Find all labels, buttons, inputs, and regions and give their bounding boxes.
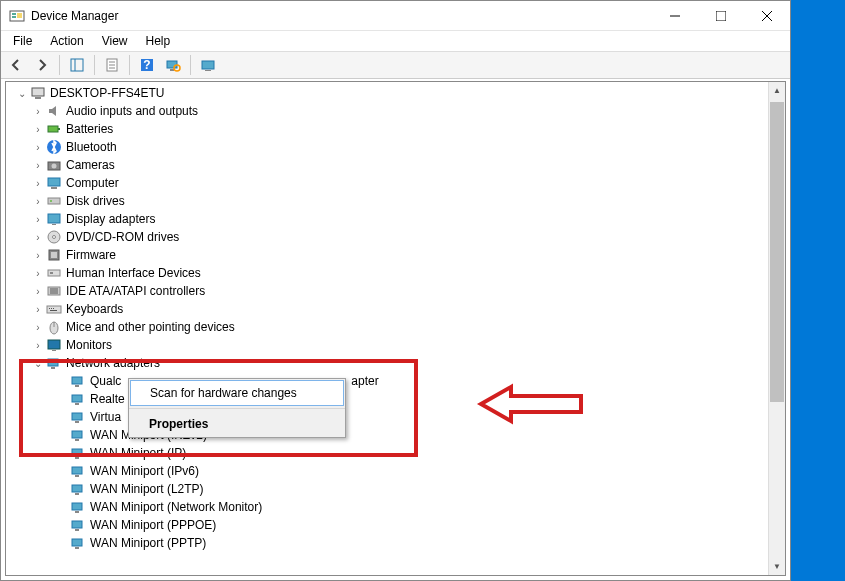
scroll-down-arrow[interactable]: ▼ [769,558,785,575]
device-node[interactable]: ›WAN Miniport (PPPOE) [6,516,785,534]
show-hide-tree-button[interactable] [66,54,88,76]
category-node[interactable]: ›Keyboards [6,300,785,318]
collapse-icon[interactable]: ⌄ [30,358,46,369]
category-node[interactable]: ›Computer [6,174,785,192]
svg-rect-46 [51,308,52,309]
device-manager-window: Device Manager File Action View Help ? ⌄ [0,0,791,581]
device-tree-container: ⌄ DESKTOP-FFS4ETU ›Audio inputs and outp… [5,81,786,576]
category-node[interactable]: ›Display adapters [6,210,785,228]
svg-rect-69 [72,503,82,510]
svg-rect-48 [50,310,57,311]
menu-view[interactable]: View [94,32,136,50]
svg-rect-22 [35,97,41,99]
expand-icon[interactable]: › [30,142,46,153]
expand-icon[interactable]: › [30,178,46,189]
expand-icon[interactable]: › [30,250,46,261]
expand-icon[interactable]: › [30,322,46,333]
network-icon [46,355,62,371]
ctx-scan-hardware-changes[interactable]: Scan for hardware changes [130,380,344,406]
expand-icon[interactable]: › [30,106,46,117]
device-node[interactable]: ›WAN Miniport (Network Monitor) [6,498,785,516]
back-button[interactable] [5,54,27,76]
category-node[interactable]: ›Human Interface Devices [6,264,785,282]
titlebar: Device Manager [1,1,790,31]
svg-rect-58 [75,403,79,405]
category-node[interactable]: ›IDE ATA/ATAPI controllers [6,282,785,300]
device-node[interactable]: ›Virtua [6,408,785,426]
category-node[interactable]: ›DVD/CD-ROM drives [6,228,785,246]
root-node[interactable]: ⌄ DESKTOP-FFS4ETU [6,84,785,102]
ctx-properties[interactable]: Properties [129,411,345,437]
device-node[interactable]: ›WAN Miniport (IPv6) [6,462,785,480]
scroll-thumb[interactable] [770,102,784,402]
menu-help[interactable]: Help [138,32,179,50]
computer-icon [30,85,46,101]
category-node[interactable]: ›Firmware [6,246,785,264]
menu-file[interactable]: File [5,32,40,50]
root-label: DESKTOP-FFS4ETU [50,86,164,100]
svg-rect-16 [167,61,177,68]
device-label: WAN Miniport (PPTP) [90,536,206,550]
network-adapter-icon [70,517,86,533]
category-label: Audio inputs and outputs [66,104,198,118]
svg-point-27 [52,164,57,169]
svg-rect-71 [72,521,82,528]
svg-rect-29 [51,187,57,189]
toolbar-separator [190,55,191,75]
device-node[interactable]: ›WAN Miniport (L2TP) [6,480,785,498]
svg-rect-56 [75,385,79,387]
device-node[interactable]: ›WAN Miniport (IKEv2) [6,426,785,444]
device-node[interactable]: ›Qualcapter [6,372,785,390]
expand-icon[interactable]: › [30,196,46,207]
network-adapter-icon [70,445,86,461]
category-node[interactable]: ›Bluetooth [6,138,785,156]
expand-icon[interactable]: › [30,340,46,351]
device-node[interactable]: ›WAN Miniport (PPTP) [6,534,785,552]
expand-icon[interactable]: › [30,268,46,279]
display-icon [46,211,62,227]
svg-rect-66 [75,475,79,477]
forward-button[interactable] [31,54,53,76]
collapse-icon[interactable]: ⌄ [14,88,30,99]
device-node[interactable]: ›Realte [6,390,785,408]
expand-icon[interactable]: › [30,160,46,171]
close-button[interactable] [744,1,790,30]
svg-rect-68 [75,493,79,495]
svg-rect-39 [50,272,53,274]
category-node[interactable]: ›Cameras [6,156,785,174]
category-network-adapters[interactable]: ⌄ Network adapters [6,354,785,372]
category-label: Cameras [66,158,115,172]
expand-icon[interactable]: › [30,304,46,315]
svg-rect-47 [53,308,54,309]
minimize-button[interactable] [652,1,698,30]
category-node[interactable]: ›Monitors [6,336,785,354]
menu-action[interactable]: Action [42,32,91,50]
expand-icon[interactable]: › [30,124,46,135]
computer-icon [46,175,62,191]
scroll-up-arrow[interactable]: ▲ [769,82,785,99]
scan-hardware-button[interactable] [162,54,184,76]
help-button[interactable]: ? [136,54,158,76]
svg-rect-70 [75,511,79,513]
svg-rect-23 [48,126,58,132]
maximize-button[interactable] [698,1,744,30]
svg-rect-54 [51,367,55,369]
expand-icon[interactable]: › [30,286,46,297]
toolbar-separator [94,55,95,75]
vertical-scrollbar[interactable]: ▲ ▼ [768,82,785,575]
device-tree: ⌄ DESKTOP-FFS4ETU ›Audio inputs and outp… [6,82,785,554]
category-label: DVD/CD-ROM drives [66,230,179,244]
expand-icon[interactable]: › [30,232,46,243]
devices-by-type-button[interactable] [197,54,219,76]
category-node[interactable]: ›Batteries [6,120,785,138]
properties-button[interactable] [101,54,123,76]
battery-icon [46,121,62,137]
svg-rect-63 [72,449,82,456]
expand-icon[interactable]: › [30,214,46,225]
category-node[interactable]: ›Mice and other pointing devices [6,318,785,336]
device-node[interactable]: ›WAN Miniport (IP) [6,444,785,462]
hid-icon [46,265,62,281]
category-node[interactable]: ›Audio inputs and outputs [6,102,785,120]
category-node[interactable]: ›Disk drives [6,192,785,210]
category-label: IDE ATA/ATAPI controllers [66,284,205,298]
